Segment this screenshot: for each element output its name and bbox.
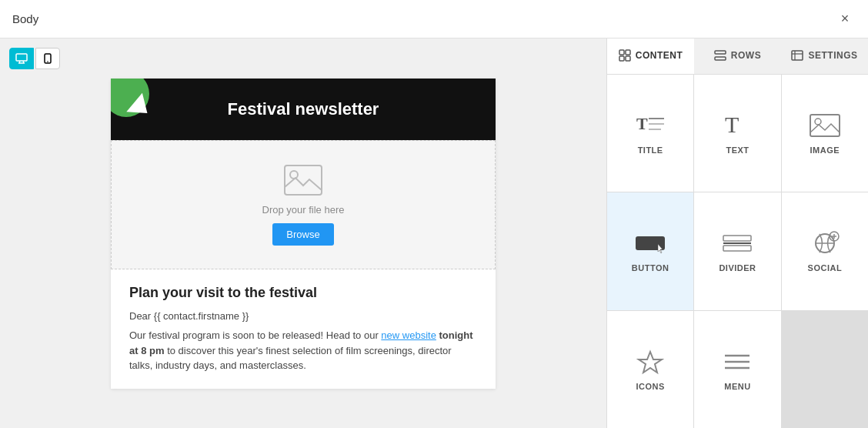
tab-settings[interactable]: SETTINGS xyxy=(781,38,868,74)
svg-rect-6 xyxy=(285,166,322,195)
svg-point-5 xyxy=(47,61,48,62)
image-upload-area: Drop your file here Browse xyxy=(111,140,496,269)
title-icon: T xyxy=(633,112,667,139)
email-body: Plan your visit to the festival Dear {{ … xyxy=(111,269,496,389)
close-button[interactable]: × xyxy=(834,8,856,30)
content-item-button[interactable]: BUTTON xyxy=(607,192,693,309)
desktop-view-button[interactable] xyxy=(9,48,34,69)
page-title: Body xyxy=(12,12,38,25)
top-bar: Body × xyxy=(0,0,868,38)
content-grid: T TITLE T TEXT xyxy=(607,75,868,428)
svg-rect-11 xyxy=(626,56,630,61)
content-item-menu[interactable]: MENU xyxy=(694,311,780,428)
text-icon: T xyxy=(720,112,754,139)
content-item-divider[interactable]: DIVIDER xyxy=(694,192,780,309)
rows-tab-icon xyxy=(714,49,726,62)
svg-rect-22 xyxy=(810,115,840,136)
tab-rows[interactable]: ROWS xyxy=(694,38,781,74)
menu-icon xyxy=(720,348,754,376)
svg-text:T: T xyxy=(725,112,739,137)
main-layout: Festival newsletter Drop your file here … xyxy=(0,38,868,428)
content-item-divider-label: DIVIDER xyxy=(719,263,756,273)
browse-button[interactable]: Browse xyxy=(272,223,333,246)
email-preview: Festival newsletter Drop your file here … xyxy=(111,79,496,389)
desktop-icon xyxy=(15,53,28,64)
content-item-button-label: BUTTON xyxy=(632,263,669,273)
social-icon xyxy=(808,229,842,257)
right-panel: CONTENT ROWS SETTINGS xyxy=(606,38,868,428)
email-body-heading: Plan your visit to the festival xyxy=(129,285,477,301)
left-panel: Festival newsletter Drop your file here … xyxy=(0,38,606,428)
tab-rows-label: ROWS xyxy=(731,50,761,61)
svg-rect-8 xyxy=(619,50,624,55)
content-item-text[interactable]: T TEXT xyxy=(694,75,780,192)
svg-text:T: T xyxy=(636,114,648,133)
divider-icon xyxy=(720,229,754,257)
svg-rect-9 xyxy=(626,50,630,55)
icons-icon xyxy=(633,348,667,376)
device-toggle xyxy=(9,48,60,69)
content-tab-icon xyxy=(619,49,631,62)
button-icon xyxy=(633,229,667,257)
svg-rect-12 xyxy=(715,51,726,54)
svg-rect-14 xyxy=(792,51,803,60)
svg-point-7 xyxy=(290,171,298,179)
new-website-link[interactable]: new website xyxy=(381,329,436,341)
email-body-text: Our festival program is soon to be relea… xyxy=(129,328,477,373)
tab-settings-label: SETTINGS xyxy=(808,50,857,61)
email-header-title: Festival newsletter xyxy=(228,99,379,119)
content-item-title[interactable]: T TITLE xyxy=(607,75,693,192)
image-placeholder-icon xyxy=(283,164,323,196)
svg-rect-0 xyxy=(16,54,27,61)
mobile-icon xyxy=(44,53,52,64)
svg-point-23 xyxy=(815,119,821,125)
tab-content[interactable]: CONTENT xyxy=(607,38,694,74)
tab-content-label: CONTENT xyxy=(636,50,683,61)
content-item-icons[interactable]: ICONS xyxy=(607,311,693,428)
svg-rect-27 xyxy=(723,246,751,251)
content-item-text-label: TEXT xyxy=(726,145,749,155)
email-header: Festival newsletter xyxy=(111,79,496,140)
email-greeting: Dear {{ contact.firstname }} xyxy=(129,310,477,322)
content-item-title-label: TITLE xyxy=(638,145,663,155)
content-item-menu-label: MENU xyxy=(724,382,750,391)
svg-rect-13 xyxy=(715,57,726,60)
drop-text: Drop your file here xyxy=(262,204,345,216)
mobile-view-button[interactable] xyxy=(35,48,60,69)
content-item-social-label: SOCIAL xyxy=(808,263,843,273)
content-item-image[interactable]: IMAGE xyxy=(782,75,868,192)
svg-marker-35 xyxy=(639,352,662,373)
image-content-icon xyxy=(808,112,842,139)
email-logo xyxy=(111,79,172,140)
settings-tab-icon xyxy=(791,49,803,62)
content-item-icons-label: ICONS xyxy=(636,382,664,391)
content-item-social[interactable]: SOCIAL xyxy=(782,192,868,309)
content-item-image-label: IMAGE xyxy=(810,145,840,155)
svg-rect-10 xyxy=(619,56,624,61)
svg-rect-26 xyxy=(723,236,751,241)
tabs: CONTENT ROWS SETTINGS xyxy=(607,38,868,75)
